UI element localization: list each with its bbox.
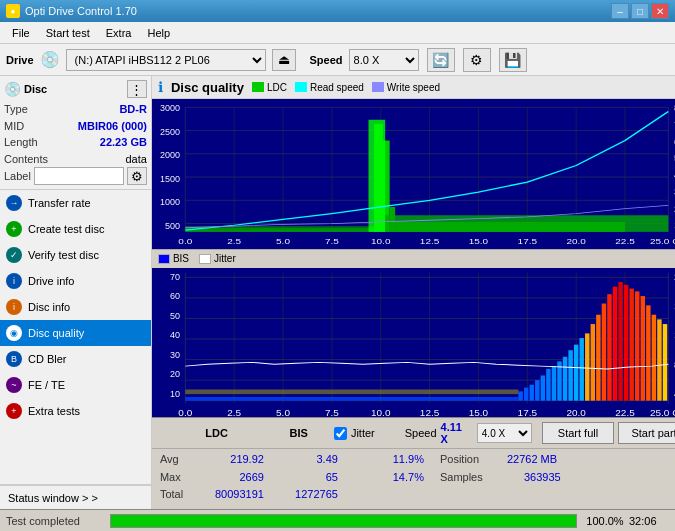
drive-bar: Drive 💿 (N:) ATAPI iHBS112 2 PL06 ⏏ Spee… <box>0 44 675 76</box>
cd-bler-label: CD Bler <box>28 353 67 365</box>
chart-title: Disc quality <box>171 80 244 95</box>
svg-text:25.0 GB: 25.0 GB <box>650 408 675 417</box>
svg-rect-72 <box>613 286 617 400</box>
lower-chart: 70 60 50 40 30 20 10 20% 16% 12% 8% 4% <box>152 268 675 418</box>
settings-button[interactable]: ⚙ <box>463 48 491 72</box>
svg-rect-57 <box>529 384 533 400</box>
create-test-disc-icon: + <box>6 221 22 237</box>
speed-select[interactable]: 8.0 X <box>349 49 419 71</box>
menu-help[interactable]: Help <box>139 25 178 41</box>
svg-rect-64 <box>568 350 572 400</box>
svg-rect-81 <box>663 324 667 401</box>
jitter-label: Jitter <box>351 427 375 439</box>
refresh-button[interactable]: 🔄 <box>427 48 455 72</box>
status-window-label: Status window > > <box>8 492 98 504</box>
sidebar-item-drive-info[interactable]: i Drive info <box>0 268 151 294</box>
disc-panel-title: Disc <box>24 83 47 95</box>
menu-start-test[interactable]: Start test <box>38 25 98 41</box>
sidebar-item-disc-quality[interactable]: ◉ Disc quality <box>0 320 151 346</box>
eject-button[interactable]: ⏏ <box>272 49 296 71</box>
start-part-button[interactable]: Start part <box>618 422 675 444</box>
menu-file[interactable]: File <box>4 25 38 41</box>
sidebar-item-extra-tests[interactable]: + Extra tests <box>0 398 151 424</box>
sidebar-item-disc-info[interactable]: i Disc info <box>0 294 151 320</box>
menu-extra[interactable]: Extra <box>98 25 140 41</box>
status-panel: Status window > > <box>0 484 151 509</box>
nav-items: → Transfer rate + Create test disc ✓ Ver… <box>0 190 151 484</box>
disc-info-icon: i <box>6 299 22 315</box>
ldc-total: 80093191 <box>194 486 264 503</box>
disc-panel-icon: 💿 <box>4 81 21 97</box>
sidebar-item-create-test-disc[interactable]: + Create test disc <box>0 216 151 242</box>
legend-bis: BIS <box>158 253 189 264</box>
speed-row: Speed 4.11 X <box>405 421 467 445</box>
transfer-rate-label: Transfer rate <box>28 197 91 209</box>
svg-rect-79 <box>652 314 656 400</box>
disc-panel-menu[interactable]: ⋮ <box>127 80 147 98</box>
verify-test-disc-label: Verify test disc <box>28 249 99 261</box>
sidebar-item-cd-bler[interactable]: B CD Bler <box>0 346 151 372</box>
status-text: Test completed <box>6 515 106 527</box>
extra-tests-icon: + <box>6 403 22 419</box>
bis-avg: 3.49 <box>268 451 338 468</box>
verify-test-disc-icon: ✓ <box>6 247 22 263</box>
svg-text:20.0: 20.0 <box>566 238 586 246</box>
svg-text:12.5: 12.5 <box>420 408 439 417</box>
svg-text:15.0: 15.0 <box>469 238 489 246</box>
row-labels-col: Avg Max Total <box>160 451 190 503</box>
progress-container <box>110 514 577 528</box>
svg-rect-23 <box>368 120 385 232</box>
legend-ldc-color <box>252 82 264 92</box>
bis-header: BIS <box>258 427 308 439</box>
legend-read-speed-color <box>295 82 307 92</box>
jitter-max: 14.7% <box>354 469 424 486</box>
jitter-checkbox-row: Jitter <box>334 427 375 440</box>
sidebar-item-fe-te[interactable]: ~ FE / TE <box>0 372 151 398</box>
jitter-checkbox[interactable] <box>334 427 347 440</box>
close-button[interactable]: ✕ <box>651 3 669 19</box>
drive-info-icon: i <box>6 273 22 289</box>
status-window-button[interactable]: Status window > > <box>0 485 151 509</box>
test-speed-select[interactable]: 4.0 X <box>477 423 532 443</box>
ldc-header: LDC <box>158 427 228 439</box>
drive-select[interactable]: (N:) ATAPI iHBS112 2 PL06 <box>66 49 266 71</box>
fe-te-icon: ~ <box>6 377 22 393</box>
svg-rect-24 <box>385 215 668 232</box>
svg-text:5.0: 5.0 <box>276 408 290 417</box>
svg-rect-78 <box>646 305 650 400</box>
mid-value: MBIR06 (000) <box>78 118 147 135</box>
menu-bar: File Start test Extra Help <box>0 22 675 44</box>
minimize-button[interactable]: – <box>611 3 629 19</box>
bis-max: 65 <box>268 469 338 486</box>
disc-info-label: Disc info <box>28 301 70 313</box>
window-controls: – □ ✕ <box>611 3 669 19</box>
time-display: 32:06 <box>629 515 669 527</box>
svg-rect-58 <box>535 380 539 401</box>
save-button[interactable]: 💾 <box>499 48 527 72</box>
length-value: 22.23 GB <box>100 134 147 151</box>
legend-write-speed: Write speed <box>372 82 440 93</box>
label-input[interactable] <box>34 167 124 185</box>
main-layout: 💿 Disc ⋮ Type BD-R MID MBIR06 (000) Leng… <box>0 76 675 509</box>
length-label: Length <box>4 134 38 151</box>
sidebar-item-verify-test-disc[interactable]: ✓ Verify test disc <box>0 242 151 268</box>
svg-rect-77 <box>640 296 644 401</box>
svg-text:22.5: 22.5 <box>615 238 635 246</box>
svg-rect-65 <box>574 344 578 400</box>
legend-jitter-label: Jitter <box>214 253 236 264</box>
legend-ldc: LDC <box>252 82 287 93</box>
lower-chart-legend: BIS Jitter <box>152 250 675 268</box>
ldc-max: 2669 <box>194 469 264 486</box>
upper-chart: 3000 2500 2000 1500 1000 500 8X 7X 6X 5X… <box>152 99 675 250</box>
legend-jitter: Jitter <box>199 253 236 264</box>
sidebar-item-transfer-rate[interactable]: → Transfer rate <box>0 190 151 216</box>
start-full-button[interactable]: Start full <box>542 422 614 444</box>
svg-text:7.5: 7.5 <box>325 238 339 246</box>
label-gear-button[interactable]: ⚙ <box>127 167 147 185</box>
svg-rect-66 <box>579 338 583 401</box>
drive-label: Drive <box>6 54 34 66</box>
maximize-button[interactable]: □ <box>631 3 649 19</box>
sidebar: 💿 Disc ⋮ Type BD-R MID MBIR06 (000) Leng… <box>0 76 152 509</box>
contents-label: Contents <box>4 151 48 168</box>
extra-tests-label: Extra tests <box>28 405 80 417</box>
